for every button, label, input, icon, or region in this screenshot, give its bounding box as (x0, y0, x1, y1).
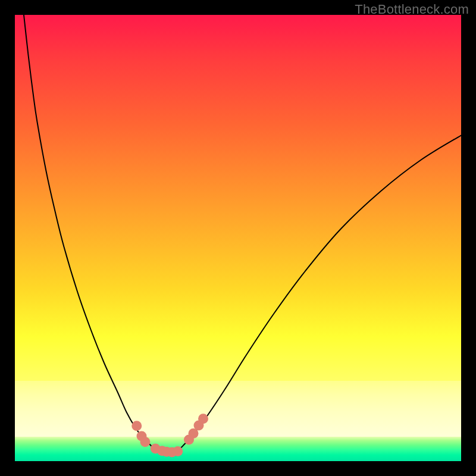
marker-point (198, 414, 208, 424)
curve-layer (24, 15, 461, 452)
curve-left-curve (24, 15, 171, 452)
marker-point (131, 421, 142, 431)
marker-layer (131, 414, 208, 457)
marker-point (140, 437, 151, 447)
marker-point (173, 446, 183, 456)
chart-svg (15, 15, 461, 461)
plot-area (15, 15, 461, 461)
watermark-text: TheBottleneck.com (355, 2, 469, 17)
chart-frame: TheBottleneck.com (0, 0, 476, 476)
curve-right-curve (171, 136, 462, 453)
